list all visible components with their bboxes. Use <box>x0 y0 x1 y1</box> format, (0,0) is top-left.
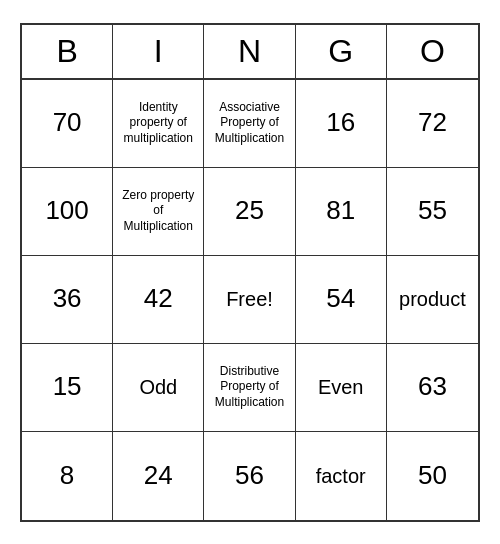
cell-r0-c3: 16 <box>296 80 387 168</box>
header-letter: G <box>296 25 387 78</box>
header-letter: N <box>204 25 295 78</box>
cell-r1-c0: 100 <box>22 168 113 256</box>
cell-r2-c1: 42 <box>113 256 204 344</box>
cell-r3-c1: Odd <box>113 344 204 432</box>
cell-r1-c3: 81 <box>296 168 387 256</box>
cell-r1-c2: 25 <box>204 168 295 256</box>
cell-r3-c0: 15 <box>22 344 113 432</box>
bingo-header: BINGO <box>22 25 478 80</box>
cell-r2-c2: Free! <box>204 256 295 344</box>
header-letter: B <box>22 25 113 78</box>
cell-r2-c0: 36 <box>22 256 113 344</box>
cell-r1-c4: 55 <box>387 168 478 256</box>
cell-r0-c0: 70 <box>22 80 113 168</box>
cell-r0-c1: Identity property of multiplication <box>113 80 204 168</box>
bingo-grid: 70Identity property of multiplicationAss… <box>22 80 478 520</box>
cell-r4-c0: 8 <box>22 432 113 520</box>
cell-r3-c4: 63 <box>387 344 478 432</box>
header-letter: I <box>113 25 204 78</box>
cell-r4-c3: factor <box>296 432 387 520</box>
cell-r0-c2: Associative Property of Multiplication <box>204 80 295 168</box>
bingo-card: BINGO 70Identity property of multiplicat… <box>20 23 480 522</box>
cell-r0-c4: 72 <box>387 80 478 168</box>
cell-r1-c1: Zero property of Multiplication <box>113 168 204 256</box>
cell-r3-c3: Even <box>296 344 387 432</box>
cell-r4-c2: 56 <box>204 432 295 520</box>
header-letter: O <box>387 25 478 78</box>
cell-r3-c2: Distributive Property of Multiplication <box>204 344 295 432</box>
cell-r4-c1: 24 <box>113 432 204 520</box>
cell-r2-c4: product <box>387 256 478 344</box>
cell-r4-c4: 50 <box>387 432 478 520</box>
cell-r2-c3: 54 <box>296 256 387 344</box>
